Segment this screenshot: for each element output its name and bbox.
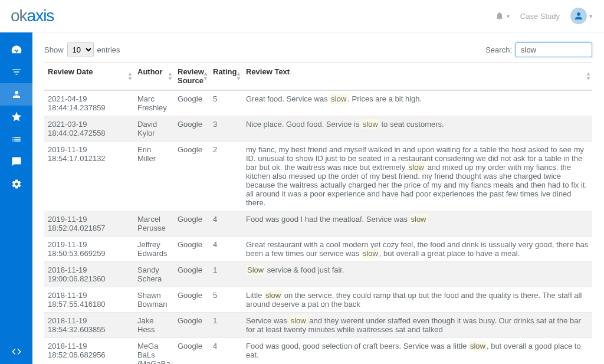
brand-logo[interactable]: okaxis [11, 6, 54, 25]
cell-text: Great food. Service was slow. Prices are… [242, 90, 592, 116]
col-review-date[interactable]: Review Date▴▾ [44, 63, 134, 91]
cell-source: Google [174, 338, 209, 365]
cell-source: Google [174, 211, 209, 237]
search-input[interactable] [516, 42, 592, 57]
cell-source: Google [174, 237, 209, 262]
table-row: 2018-11-19 18:57:55.416180Shawn BowmanGo… [44, 287, 592, 313]
sidebar-item-star[interactable] [0, 106, 32, 128]
gauge-icon [11, 44, 22, 55]
col-author[interactable]: Author▴▾ [134, 63, 174, 91]
cell-rating: 1 [209, 262, 242, 287]
cell-author: MeGa BaLs (MeGaBaLs) [134, 338, 174, 365]
code-icon [11, 346, 22, 357]
sidebar-item-filter[interactable] [0, 61, 32, 83]
cell-text: Food was good, good selection of craft b… [242, 338, 592, 365]
cell-rating: 2 [209, 142, 242, 211]
cell-date: 2021-03-19 18:44:02.472558 [44, 116, 134, 142]
brand-ok: ok [11, 6, 27, 25]
cell-author: David Kylor [134, 116, 174, 142]
bell-icon [495, 11, 504, 21]
cell-rating: 4 [209, 338, 242, 365]
cell-source: Google [174, 313, 209, 338]
cell-author: Jake Hess [134, 313, 174, 338]
sort-icon: ▴▾ [204, 71, 207, 81]
cell-rating: 4 [209, 237, 242, 262]
table-row: 2019-11-19 18:50:53.669259Jeffrey Edward… [44, 237, 592, 262]
table-row: 2019-11-19 18:54:17.012132Erin MillerGoo… [44, 142, 592, 211]
person-icon [11, 89, 22, 100]
search-label: Search: [485, 45, 512, 54]
col-review-text[interactable]: Review Text▴▾ [242, 63, 592, 91]
cell-date: 2019-11-19 18:50:53.669259 [44, 237, 134, 262]
sort-icon: ▴▾ [169, 71, 172, 81]
cell-author: Shawn Bowman [134, 287, 174, 313]
cell-author: Sandy Schera [134, 262, 174, 287]
cell-rating: 1 [209, 313, 242, 338]
brand-axis: axis [27, 6, 54, 25]
show-label-after: entries [97, 45, 120, 54]
main-content: Show 10 entries Search: Review Date▴▾ Au… [32, 32, 604, 364]
sort-icon: ▴▾ [237, 71, 240, 81]
top-header: okaxis ▾ Case Study ▾ [0, 0, 604, 32]
table-row: 2018-11-19 18:52:06.682956MeGa BaLs (MeG… [44, 338, 592, 365]
cell-text: Great restaurant with a cool modern yet … [242, 237, 592, 262]
table-header-row: Review Date▴▾ Author▴▾ Review Source▴▾ R… [44, 63, 592, 91]
chat-icon [11, 156, 22, 167]
table-row: 2018-11-19 19:00:06.821360Sandy ScheraGo… [44, 262, 592, 287]
cell-author: Marc Freshley [134, 90, 174, 116]
person-icon [573, 11, 584, 21]
star-icon [11, 111, 22, 123]
cell-source: Google [174, 90, 209, 116]
cell-date: 2018-11-19 19:00:06.821360 [44, 262, 134, 287]
col-review-source[interactable]: Review Source▴▾ [174, 63, 209, 91]
gear-icon [11, 179, 22, 189]
cell-text: Slow service & food just fair. [242, 262, 592, 287]
sidebar-item-list[interactable] [0, 128, 32, 150]
chevron-down-icon: ▾ [507, 13, 510, 19]
sidebar [0, 32, 32, 364]
cell-author: Erin Miller [134, 142, 174, 211]
col-rating[interactable]: Rating▴▾ [209, 63, 242, 91]
cell-rating: 5 [209, 90, 242, 116]
cell-date: 2018-11-19 18:54:32.603855 [44, 313, 134, 338]
cell-date: 2018-11-19 18:57:55.416180 [44, 287, 134, 313]
list-icon [11, 134, 22, 145]
cell-source: Google [174, 142, 209, 211]
entries-selector: Show 10 entries [44, 42, 120, 57]
cell-text: Service was slow and they werent under s… [242, 313, 592, 338]
chevron-down-icon: ▾ [589, 13, 592, 19]
funnel-icon [11, 67, 22, 77]
entries-select[interactable]: 10 [67, 42, 94, 57]
cell-date: 2021-04-19 18:44:14.237859 [44, 90, 134, 116]
table-row: 2021-03-19 18:44:02.472558David KylorGoo… [44, 116, 592, 142]
table-row: 2018-11-19 18:54:32.603855Jake HessGoogl… [44, 313, 592, 338]
cell-text: Nice place. Good food. Service is slow t… [242, 116, 592, 142]
reviews-table: Review Date▴▾ Author▴▾ Review Source▴▾ R… [44, 62, 592, 364]
cell-source: Google [174, 287, 209, 313]
sidebar-item-settings[interactable] [0, 173, 32, 195]
cell-rating: 4 [209, 211, 242, 237]
cell-date: 2018-11-19 18:52:06.682956 [44, 338, 134, 365]
cell-date: 2019-11-19 18:52:04.021857 [44, 211, 134, 237]
sort-icon: ▴▾ [129, 71, 132, 81]
cell-rating: 3 [209, 116, 242, 142]
sidebar-item-chat[interactable] [0, 150, 32, 173]
notifications-button[interactable]: ▾ [495, 11, 510, 21]
cell-date: 2019-11-19 18:54:17.012132 [44, 142, 134, 211]
avatar [570, 8, 587, 24]
user-label[interactable]: Case Study [520, 12, 560, 21]
sort-icon: ▴▾ [587, 71, 590, 81]
cell-text: my fianc, my best friend and myself walk… [242, 142, 592, 211]
sidebar-item-dashboard[interactable] [0, 38, 32, 61]
table-row: 2021-04-19 18:44:14.237859Marc FreshleyG… [44, 90, 592, 116]
cell-rating: 5 [209, 287, 242, 313]
cell-text: Little slow on the service, they could r… [242, 287, 592, 313]
sidebar-item-person[interactable] [0, 83, 32, 106]
show-label-before: Show [44, 45, 64, 54]
cell-text: Food was good I had the meatloaf. Servic… [242, 211, 592, 237]
cell-author: Jeffrey Edwards [134, 237, 174, 262]
cell-author: Marcel Perusse [134, 211, 174, 237]
user-menu[interactable]: ▾ [570, 8, 592, 24]
table-controls: Show 10 entries Search: [44, 42, 592, 57]
sidebar-toggle[interactable] [0, 346, 32, 357]
